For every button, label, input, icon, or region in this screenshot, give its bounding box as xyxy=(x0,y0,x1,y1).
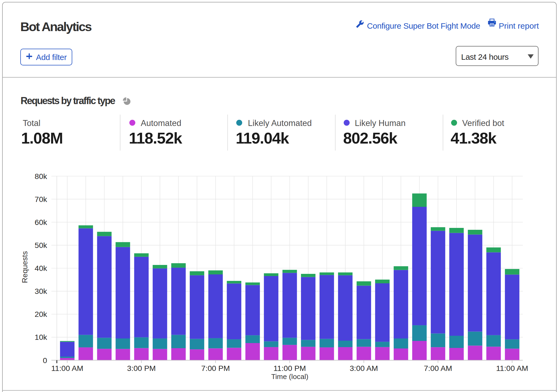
svg-text:50k: 50k xyxy=(35,241,47,250)
svg-text:20k: 20k xyxy=(35,310,47,318)
svg-text:60k: 60k xyxy=(35,218,47,227)
svg-text:3:00 AM: 3:00 AM xyxy=(350,364,378,373)
svg-text:0: 0 xyxy=(43,356,47,365)
svg-text:70k: 70k xyxy=(35,195,47,204)
svg-text:3:00 PM: 3:00 PM xyxy=(127,364,156,373)
svg-text:40k: 40k xyxy=(35,264,47,273)
svg-text:11:00 AM: 11:00 AM xyxy=(496,364,528,373)
svg-text:Requests: Requests xyxy=(21,251,29,283)
svg-text:7:00 AM: 7:00 AM xyxy=(424,364,452,373)
svg-text:10k: 10k xyxy=(35,333,47,341)
svg-text:80k: 80k xyxy=(35,172,47,181)
svg-text:11:00 AM: 11:00 AM xyxy=(51,364,83,373)
svg-text:30k: 30k xyxy=(35,287,47,295)
svg-text:7:00 PM: 7:00 PM xyxy=(201,364,230,373)
svg-text:11:00 PM: 11:00 PM xyxy=(274,364,306,373)
svg-text:Time (local): Time (local) xyxy=(271,373,308,381)
